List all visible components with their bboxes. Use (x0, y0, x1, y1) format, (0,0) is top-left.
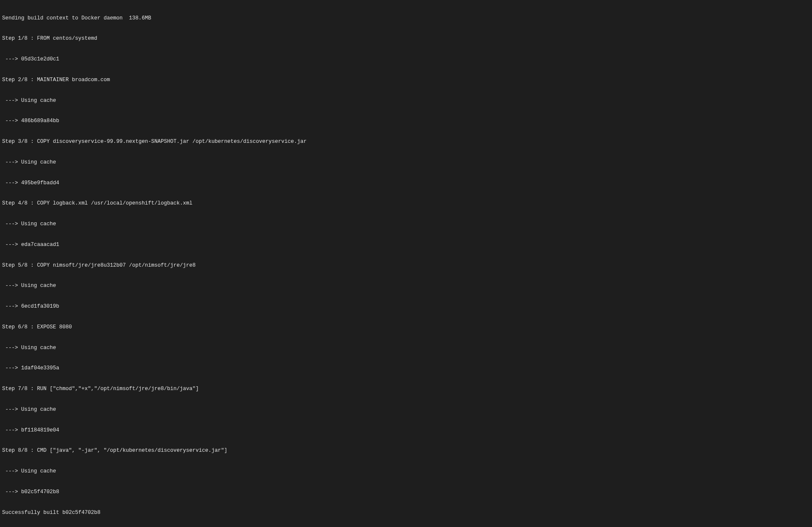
output-line: ---> Using cache (2, 406, 810, 413)
output-line: ---> 1daf04e3395a (2, 365, 810, 371)
output-line: Step 4/8 : COPY logback.xml /usr/local/o… (2, 200, 810, 207)
output-line: Step 5/8 : COPY nimsoft/jre/jre8u312b07 … (2, 262, 810, 269)
output-line: ---> Using cache (2, 468, 810, 475)
output-line: ---> Using cache (2, 221, 810, 227)
output-line: Step 6/8 : EXPOSE 8080 (2, 324, 810, 330)
output-line: ---> 05d3c1e2d0c1 (2, 56, 810, 63)
output-line: ---> Using cache (2, 159, 810, 166)
output-line: ---> eda7caaacad1 (2, 241, 810, 248)
output-line: Sending build context to Docker daemon 1… (2, 15, 810, 22)
output-line: Step 2/8 : MAINTAINER broadcom.com (2, 76, 810, 83)
output-line: ---> b02c5f4702b8 (2, 489, 810, 495)
output-line: ---> 495be9fbadd4 (2, 180, 810, 186)
output-line: Step 7/8 : RUN ["chmod","+x","/opt/nimso… (2, 385, 810, 392)
output-line: Step 3/8 : COPY discoveryservice-99.99.n… (2, 138, 810, 145)
output-line: Step 1/8 : FROM centos/systemd (2, 35, 810, 42)
output-line: ---> bf1184819e04 (2, 427, 810, 434)
output-line: ---> 486b689a84bb (2, 117, 810, 124)
output-line: ---> 6ecd1fa3019b (2, 303, 810, 310)
output-line: ---> Using cache (2, 344, 810, 351)
output-line: ---> Using cache (2, 97, 810, 104)
output-line: ---> Using cache (2, 282, 810, 289)
terminal-output[interactable]: Sending build context to Docker daemon 1… (0, 0, 812, 527)
output-line: Successfully built b02c5f4702b8 (2, 509, 810, 516)
output-line: Step 8/8 : CMD ["java", "-jar", "/opt/ku… (2, 447, 810, 454)
terminal-top-output: Sending build context to Docker daemon 1… (2, 1, 810, 527)
